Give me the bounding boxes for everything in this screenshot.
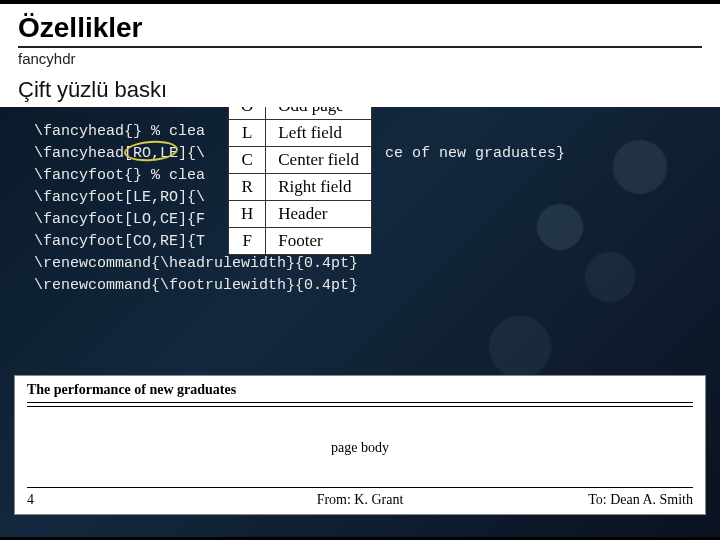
header-rule-2	[27, 406, 693, 407]
example-header: The performance of new graduates	[27, 382, 236, 398]
legend-code: O	[229, 107, 266, 120]
legend-code: H	[229, 201, 266, 228]
slide-subtitle: fancyhdr	[18, 50, 702, 67]
legend-code: L	[229, 120, 266, 147]
legend-desc: Right field	[266, 174, 372, 201]
title-rule	[18, 46, 702, 48]
header-rule-1	[27, 402, 693, 403]
page-layout-example: The performance of new graduates page bo…	[14, 375, 706, 515]
legend-code: R	[229, 174, 266, 201]
legend-row: HHeader	[229, 201, 372, 228]
legend-code: F	[229, 228, 266, 255]
legend-row: RRight field	[229, 174, 372, 201]
slide-subhead: Çift yüzlü baskı	[18, 77, 702, 103]
footer-rule	[27, 487, 693, 488]
slide-title: Özellikler	[18, 12, 702, 44]
legend-desc: Footer	[266, 228, 372, 255]
legend-row: LLeft field	[229, 120, 372, 147]
legend-desc: Left field	[266, 120, 372, 147]
legend-row: CCenter field	[229, 147, 372, 174]
legend-desc: Odd page	[266, 107, 372, 120]
legend-desc: Header	[266, 201, 372, 228]
slide: Özellikler fancyhdr Çift yüzlü baskı \fa…	[0, 0, 720, 540]
legend-code: C	[229, 147, 266, 174]
example-body: page body	[15, 440, 705, 456]
slide-content: \fancyhead{} % clea \fancyhead[RO,LE]{\ …	[0, 107, 720, 537]
legend-row: OOdd page	[229, 107, 372, 120]
legend-row: FFooter	[229, 228, 372, 255]
header-bar: Özellikler fancyhdr Çift yüzlü baskı	[0, 0, 720, 107]
example-footer-right: To: Dean A. Smith	[588, 492, 693, 508]
legend-table: EEven pageOOdd pageLLeft fieldCCenter fi…	[228, 107, 372, 255]
legend-desc: Center field	[266, 147, 372, 174]
